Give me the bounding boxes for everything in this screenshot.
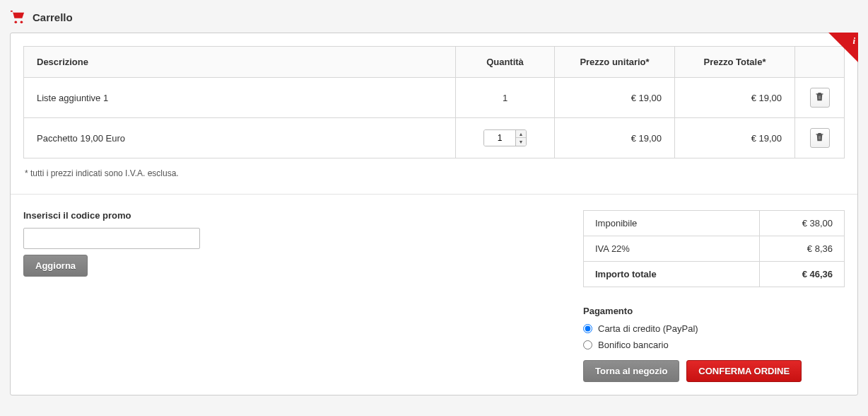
col-header-unit-price: Prezzo unitario* <box>555 47 675 78</box>
col-header-description: Descrizione <box>24 47 456 78</box>
trash-icon <box>814 91 825 104</box>
back-to-shop-button[interactable]: Torna al negozio <box>583 360 679 382</box>
payment-option[interactable]: Carta di credito (PayPal) <box>583 323 845 334</box>
totals-table: Imponibile € 38,00 IVA 22% € 8,36 Import… <box>583 210 845 287</box>
qty-decrease-button[interactable]: ▼ <box>516 138 526 146</box>
cell-unit-price: € 19,00 <box>555 78 675 118</box>
cell-actions <box>795 78 845 118</box>
page-header: Carrello <box>10 10 858 24</box>
vat-label: IVA 22% <box>584 236 760 262</box>
col-header-total-price: Prezzo Totale* <box>675 47 795 78</box>
cell-quantity: ▲▼ <box>456 118 555 158</box>
table-row: Pacchetto 19,00 Euro▲▼€ 19,00€ 19,00 <box>24 118 845 158</box>
cart-icon <box>10 10 25 24</box>
cart-table: Descrizione Quantità Prezzo unitario* Pr… <box>23 46 845 158</box>
payment-option-label: Bonifico bancario <box>598 340 669 350</box>
taxable-label: Imponibile <box>584 211 760 236</box>
info-corner-badge[interactable]: i <box>828 33 858 62</box>
cell-description: Liste aggiuntive 1 <box>24 78 456 118</box>
vat-note: * tutti i prezzi indicati sono I.V.A. es… <box>25 168 845 178</box>
cell-description: Pacchetto 19,00 Euro <box>24 118 456 158</box>
promo-section: Inserisci il codice promo Aggiorna <box>23 210 200 277</box>
payment-option-label: Carta di credito (PayPal) <box>598 323 698 334</box>
cell-quantity: 1 <box>456 78 555 118</box>
cell-actions <box>795 118 845 158</box>
table-row: Liste aggiuntive 11€ 19,00€ 19,00 <box>24 78 845 118</box>
qty-increase-button[interactable]: ▲ <box>516 130 526 138</box>
payment-radio[interactable] <box>583 340 592 349</box>
trash-icon <box>814 132 825 144</box>
promo-label: Inserisci il codice promo <box>23 210 200 221</box>
cell-total-price: € 19,00 <box>675 118 795 158</box>
delete-row-button[interactable] <box>810 88 830 108</box>
promo-input[interactable] <box>23 228 200 249</box>
payment-option[interactable]: Bonifico bancario <box>583 340 845 350</box>
cell-unit-price: € 19,00 <box>555 118 675 158</box>
quantity-input[interactable] <box>484 130 515 146</box>
delete-row-button[interactable] <box>810 128 830 148</box>
payment-heading: Pagamento <box>583 306 845 316</box>
section-divider <box>11 194 857 195</box>
grand-total-value: € 46,36 <box>760 262 845 287</box>
update-promo-button[interactable]: Aggiorna <box>23 255 88 277</box>
info-icon: i <box>852 35 855 47</box>
payment-radio[interactable] <box>583 324 592 333</box>
page-title: Carrello <box>33 11 73 23</box>
confirm-order-button[interactable]: CONFERMA ORDINE <box>686 360 802 382</box>
col-header-quantity: Quantità <box>456 47 555 78</box>
taxable-value: € 38,00 <box>760 211 845 236</box>
svg-point-1 <box>20 21 23 23</box>
svg-point-0 <box>14 21 17 23</box>
quantity-stepper[interactable]: ▲▼ <box>483 129 527 146</box>
grand-total-label: Importo totale <box>584 262 760 287</box>
cart-panel: i Descrizione Quantità Prezzo unitario* … <box>10 33 858 395</box>
vat-value: € 8,36 <box>760 236 845 262</box>
cell-total-price: € 19,00 <box>675 78 795 118</box>
